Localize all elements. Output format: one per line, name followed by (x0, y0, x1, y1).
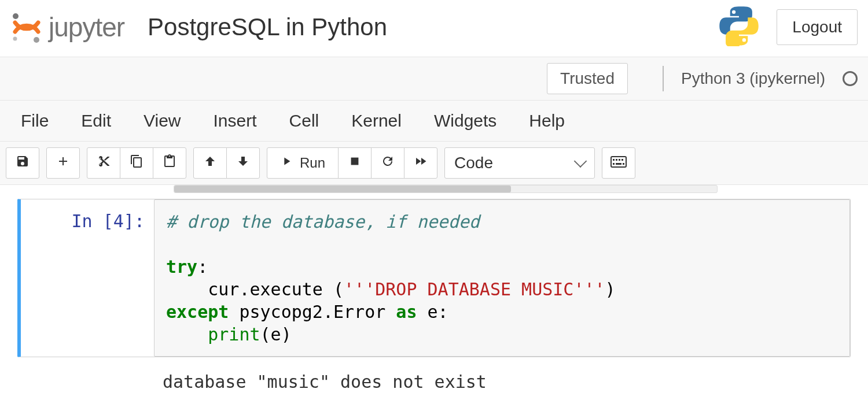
scrollbar-thumb[interactable] (174, 186, 511, 192)
toolbar: Run Code (0, 142, 868, 185)
refresh-icon (381, 154, 395, 172)
horizontal-scrollbar[interactable] (174, 185, 718, 193)
keyboard-icon (610, 155, 627, 171)
logout-button[interactable]: Logout (777, 9, 858, 45)
save-button[interactable] (6, 147, 39, 179)
code-line: # drop the database, if needed (166, 212, 480, 232)
run-label: Run (300, 155, 325, 171)
insert-cell-below-button[interactable] (46, 147, 80, 179)
svg-rect-5 (613, 159, 615, 161)
svg-point-0 (13, 13, 19, 19)
svg-rect-4 (611, 157, 626, 167)
menu-help[interactable]: Help (529, 111, 565, 131)
cell-output: database "music" does not exist (151, 364, 850, 393)
paste-icon (163, 154, 176, 172)
menubar: File Edit View Insert Cell Kernel Widget… (0, 101, 868, 142)
svg-rect-6 (616, 159, 617, 161)
trusted-indicator[interactable]: Trusted (547, 63, 628, 94)
jupyter-planet-icon (10, 11, 43, 43)
svg-rect-7 (619, 159, 620, 161)
code-string: '''DROP DATABASE MUSIC''' (344, 279, 605, 299)
code-cell[interactable]: In [4]: # drop the database, if needed t… (17, 199, 851, 357)
stop-icon (348, 155, 361, 171)
code-token: cur.execute ( (166, 279, 344, 299)
menu-insert[interactable]: Insert (214, 111, 257, 131)
svg-rect-10 (616, 163, 621, 165)
code-keyword: try (166, 257, 197, 277)
notebook-title[interactable]: PostgreSQL in Python (148, 13, 387, 41)
interrupt-kernel-button[interactable] (338, 147, 372, 179)
code-token (166, 324, 208, 344)
cell-type-select[interactable]: Code (444, 147, 595, 179)
kernel-status-bar: Trusted Python 3 (ipykernel) (0, 57, 868, 101)
notebook-area: In [4]: # drop the database, if needed t… (0, 185, 868, 394)
code-keyword: as (396, 302, 417, 322)
cell-type-value: Code (454, 154, 493, 172)
run-button[interactable]: Run (267, 147, 339, 179)
restart-run-all-button[interactable] (404, 147, 437, 179)
arrow-up-icon (203, 154, 217, 172)
output-prompt (18, 364, 151, 393)
play-icon (280, 155, 293, 171)
svg-rect-11 (623, 163, 624, 165)
restart-kernel-button[interactable] (371, 147, 404, 179)
code-builtin: print (208, 324, 260, 344)
output-row: database "music" does not exist (17, 363, 851, 394)
copy-icon (130, 154, 144, 172)
code-token: : (197, 257, 208, 277)
svg-rect-3 (351, 158, 359, 165)
command-palette-button[interactable] (602, 147, 635, 179)
menu-widgets[interactable]: Widgets (434, 111, 496, 131)
menu-view[interactable]: View (144, 111, 181, 131)
svg-point-1 (34, 37, 39, 43)
save-icon (16, 154, 30, 172)
jupyter-logo[interactable]: jupyter (10, 11, 124, 43)
menu-file[interactable]: File (21, 111, 49, 131)
input-prompt: In [4]: (21, 199, 154, 357)
paste-button[interactable] (153, 147, 186, 179)
kernel-name[interactable]: Python 3 (ipykernel) (681, 69, 825, 88)
code-input[interactable]: # drop the database, if needed try: cur.… (154, 199, 850, 357)
code-token: ) (605, 279, 616, 299)
svg-rect-8 (621, 159, 623, 161)
code-token: (e) (260, 324, 292, 344)
separator (663, 66, 664, 91)
header: jupyter PostgreSQL in Python Logout (0, 0, 868, 57)
menu-edit[interactable]: Edit (81, 111, 111, 131)
move-cell-up-button[interactable] (193, 147, 227, 179)
arrow-down-icon (236, 154, 250, 172)
move-cell-down-button[interactable] (226, 147, 260, 179)
scissors-icon (97, 154, 111, 172)
python-icon (719, 6, 759, 49)
cut-button[interactable] (87, 147, 120, 179)
svg-point-2 (13, 37, 17, 41)
code-keyword: except (166, 302, 229, 322)
copy-button[interactable] (120, 147, 153, 179)
menu-cell[interactable]: Cell (289, 111, 319, 131)
code-token: psycopg2.Error (229, 302, 396, 322)
menu-kernel[interactable]: Kernel (351, 111, 402, 131)
svg-rect-9 (613, 163, 615, 165)
fast-forward-icon (413, 154, 428, 172)
code-token: e: (417, 302, 448, 322)
plus-icon (56, 154, 70, 172)
jupyter-wordmark: jupyter (49, 12, 124, 43)
kernel-idle-icon[interactable] (843, 71, 858, 86)
